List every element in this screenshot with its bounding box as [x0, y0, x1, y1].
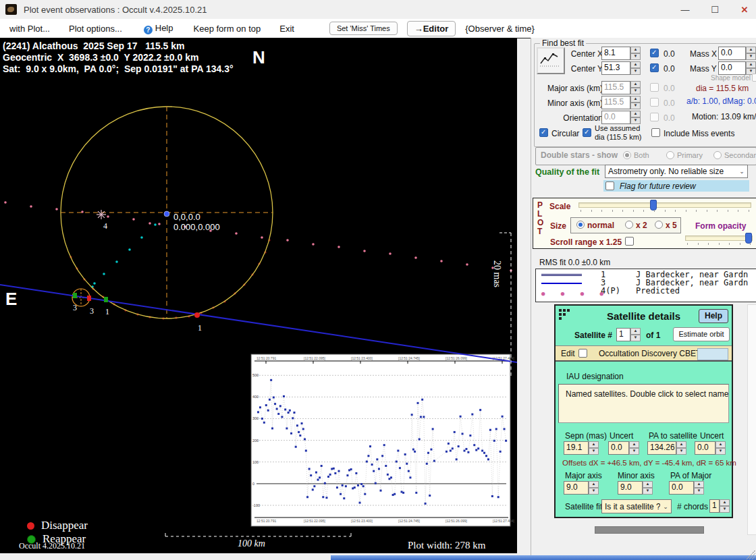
flag-review-row: Flag for future review — [603, 180, 749, 192]
lightcurve-point — [342, 484, 344, 486]
pa-satellite-spinner[interactable]: 134.26▲▼ — [647, 441, 686, 455]
observations-listbox[interactable]: 1 J Bardecker, near Gardn 3 J Bardecker,… — [535, 269, 756, 302]
menu-keep-on-top[interactable]: Keep form on top — [194, 24, 261, 34]
sat-minor-spinner[interactable]: 9.0▲▼ — [618, 481, 653, 495]
predicted-path-dot — [148, 222, 151, 225]
set-miss-times-button[interactable]: Set 'Miss' Times — [329, 22, 398, 35]
both-radio[interactable] — [623, 151, 631, 159]
track-dot — [103, 273, 105, 275]
size-x5-radio[interactable] — [655, 221, 663, 229]
scale-slider-track[interactable] — [578, 202, 751, 208]
close-button[interactable]: ✕ — [738, 5, 751, 15]
size-normal-radio[interactable] — [576, 221, 585, 229]
center-x-spinner[interactable]: 8.1▲▼ — [601, 47, 641, 60]
center-y-spinner[interactable]: 51.3▲▼ — [601, 61, 641, 75]
chords-spinner[interactable]: 1▲▼ — [709, 499, 730, 513]
help-button[interactable]: Help — [699, 309, 728, 323]
lightcurve-point — [283, 395, 285, 397]
major-axis-spinner[interactable]: 115.5▲▼ — [601, 81, 641, 94]
uncert2-spinner[interactable]: 0.0▲▼ — [695, 441, 726, 455]
predicted-path-dot — [389, 252, 392, 255]
predicted-dots-sample: ● ● ● ● — [541, 290, 610, 297]
lightcurve-point — [433, 460, 435, 462]
inset-y-tick-label: 100 — [252, 460, 259, 464]
lightcurve-point — [483, 452, 485, 454]
horizontal-scrollbar-thumb[interactable] — [595, 526, 704, 534]
lightcurve-point — [421, 399, 423, 401]
plot-letter-t: T — [537, 227, 542, 236]
opacity-slider-thumb[interactable] — [745, 233, 752, 244]
quality-combobox[interactable]: Astrometry only. No reliable size⌄ — [605, 165, 748, 178]
plot-area[interactable]: 5004003002001000-10012:51:20.79112:51:20… — [0, 38, 517, 553]
scroll-range-label: Scroll range x 1.25 — [550, 237, 622, 247]
use-assumed-label-2: dia (115.5 km) — [595, 133, 642, 141]
orientation-unc-checkbox[interactable] — [650, 113, 659, 121]
lightcurve-point — [302, 428, 304, 430]
predicted-path-dot — [132, 218, 135, 221]
mass-y-spinner[interactable]: 0.0▲▼ — [718, 61, 756, 75]
plot-letter-l: L — [537, 209, 542, 219]
edit-checkbox[interactable] — [578, 349, 587, 358]
lightcurve-point — [333, 468, 335, 470]
lightcurve-point — [425, 503, 427, 505]
lightcurve-point — [385, 465, 387, 467]
mass-x-spinner[interactable]: 0.0▲▼ — [718, 47, 756, 60]
minimize-button[interactable]: — — [679, 5, 691, 15]
flag-review-checkbox[interactable] — [605, 181, 614, 190]
circular-checkbox[interactable] — [539, 128, 548, 137]
resize-grip-icon[interactable] — [746, 550, 755, 559]
sat-pamajor-spinner[interactable]: 0.0▲▼ — [669, 481, 704, 495]
uncert1-spinner[interactable]: 0.0▲▼ — [608, 441, 639, 455]
scroll-range-checkbox[interactable] — [625, 237, 634, 246]
observer-time-label: {Observer & time} — [465, 24, 535, 34]
major-unc-checkbox[interactable] — [650, 83, 659, 92]
minor-unc-value: 0.0 — [664, 99, 675, 108]
size-x2-radio[interactable] — [625, 221, 633, 229]
lightcurve-point — [269, 399, 271, 401]
vertical-scrollbar-track[interactable] — [747, 304, 756, 535]
satellite-num-spinner[interactable]: 1▲▼ — [616, 328, 641, 341]
shape-model-checkbox[interactable] — [752, 74, 756, 82]
lightcurve-point — [267, 410, 269, 412]
lightcurve-point — [331, 468, 333, 470]
lightcurve-point — [412, 449, 414, 451]
lightcurve-point — [406, 463, 408, 465]
lightcurve-point — [355, 472, 357, 474]
lightcurve-point — [288, 412, 290, 414]
estimate-orbit-button[interactable]: Estimate orbit — [673, 327, 730, 341]
primary-radio[interactable] — [666, 151, 674, 159]
minor-unc-checkbox[interactable] — [650, 98, 659, 107]
sepn-spinner[interactable]: 19.1▲▼ — [564, 441, 599, 455]
menu-with-plot[interactable]: with Plot... — [9, 24, 50, 34]
scale-slider-thumb[interactable] — [650, 200, 657, 211]
named-satellites-listbox[interactable]: Named satellites. Double click to select… — [558, 384, 729, 423]
lightcurve-point — [319, 476, 321, 478]
opacity-slider-track[interactable] — [685, 235, 753, 241]
minor-axis-spinner[interactable]: 115.5▲▼ — [601, 96, 641, 109]
predicted-path-dot — [55, 208, 58, 211]
center-x-unc-checkbox[interactable] — [650, 49, 659, 57]
cbet-field[interactable] — [697, 348, 728, 360]
include-miss-checkbox[interactable] — [651, 128, 660, 137]
satellite-fit-combobox[interactable]: Is it a satellite ?⌄ — [601, 499, 672, 513]
inset-time-label: 12:51:20.791 — [256, 519, 276, 523]
maximize-button[interactable]: ☐ — [709, 5, 721, 15]
lightcurve-point — [493, 440, 495, 442]
event-marker-label: 4 — [103, 221, 107, 231]
editor-button[interactable]: →Editor — [407, 21, 456, 36]
menu-exit[interactable]: Exit — [279, 24, 294, 34]
secondary-radio[interactable] — [713, 151, 722, 159]
sat-pamajor-label: PA of Major — [670, 471, 711, 480]
size-x5-label: x 5 — [666, 221, 677, 230]
center-y-unc-checkbox[interactable] — [650, 63, 659, 72]
lightcurve-point — [343, 497, 345, 499]
circular-label: Circular — [551, 129, 579, 138]
sat-major-spinner[interactable]: 9.0▲▼ — [564, 481, 599, 495]
menu-plot-options[interactable]: Plot options... — [69, 24, 122, 34]
use-assumed-checkbox[interactable] — [583, 128, 591, 137]
inset-y-tick-label: 0 — [252, 482, 254, 486]
orientation-spinner[interactable]: 0.0▲▼ — [601, 111, 641, 124]
event-marker-label: 3 — [73, 303, 77, 312]
menu-help[interactable]: ?Help — [144, 23, 173, 34]
of-count-label: of 1 — [646, 331, 660, 340]
